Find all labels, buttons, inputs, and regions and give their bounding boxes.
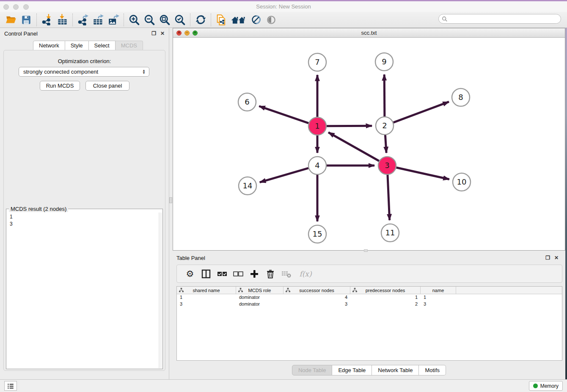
zoom-in-button[interactable] [128,14,140,26]
graph-node-11[interactable]: 11 [381,224,399,242]
search-input[interactable] [450,16,561,22]
table-cell[interactable]: dominator [236,301,284,308]
memory-button[interactable]: Memory [529,381,563,391]
duplicate-network-icon [215,14,227,26]
table-panel-close-button[interactable]: ✕ [554,255,559,261]
tab-mcds[interactable]: MCDS [116,41,143,50]
table-cell[interactable]: 1 [350,294,421,301]
table-cell[interactable]: 1 [177,294,236,301]
edge-2-8[interactable] [394,102,449,122]
table-cell[interactable]: 3 [421,301,456,308]
deselect-all-rows-button[interactable] [233,268,244,279]
edge-3-10[interactable] [396,168,449,179]
table-row[interactable]: 1dominator411 [177,294,562,301]
column-header-shared-name[interactable]: shared name [177,287,236,294]
graph-node-1[interactable]: 1 [308,117,326,135]
search-box[interactable] [438,14,561,24]
network-graph-canvas[interactable]: 7968124314101511 [173,38,565,250]
table-cell[interactable]: 3 [177,301,236,308]
table-cell[interactable]: 4 [284,294,350,301]
tab-network-table[interactable]: Network Table [372,365,419,375]
graph-node-3[interactable]: 3 [378,157,396,174]
toolbar-separator [124,14,124,26]
graph-node-6[interactable]: 6 [238,93,256,111]
function-builder-button[interactable]: f(x) [297,268,314,279]
zoom-selected-button[interactable] [173,14,186,26]
refresh-icon [195,14,206,25]
graph-node-8[interactable]: 8 [452,88,470,106]
zoom-out-button[interactable] [143,14,156,26]
graph-node-15[interactable]: 15 [308,225,326,243]
zoom-fit-content-button[interactable] [158,14,171,26]
select-all-rows-button[interactable] [217,268,228,279]
graph-node-7[interactable]: 7 [308,53,326,71]
table-cell[interactable]: 2 [350,301,421,308]
graph-node-4[interactable]: 4 [308,157,326,174]
graph-node-14[interactable]: 14 [239,177,256,195]
refresh-layout-button[interactable] [194,14,207,26]
search-icon [442,16,448,22]
graph-node-10[interactable]: 10 [453,173,471,191]
column-header-MCDS-role[interactable]: MCDS role [236,287,284,294]
export-network-button[interactable] [77,14,89,26]
import-table-button[interactable] [56,14,69,26]
task-history-button[interactable] [4,381,17,391]
export-image-button[interactable] [107,14,120,26]
column-layout-button[interactable] [201,268,212,279]
tab-edge-table[interactable]: Edge Table [332,365,372,375]
tab-select[interactable]: Select [89,41,116,50]
control-panel-float-button[interactable]: ❐ [151,30,156,36]
table-cell[interactable]: 3 [284,301,350,308]
edge-3-11[interactable] [388,175,390,220]
graph-node-9[interactable]: 9 [375,53,393,71]
graph-node-2[interactable]: 2 [376,117,394,135]
mcds-result-line: 1 [10,213,159,221]
tab-node-table[interactable]: Node Table [292,365,333,375]
mcds-result-scrollbar[interactable] [159,213,162,368]
table-row[interactable]: 3dominator323 [177,301,562,308]
import-network-button[interactable] [41,14,53,26]
column-header-successor-nodes[interactable]: successor nodes [284,287,350,294]
vertical-splitter-grip[interactable] [169,197,172,203]
edge-4-14[interactable] [260,168,308,182]
edge-1-6[interactable] [259,106,308,123]
import-table-icon [57,14,68,25]
tab-network[interactable]: Network [33,41,65,50]
zoom-window-button[interactable] [23,4,29,10]
delete-column-button[interactable] [265,268,276,279]
network-window-titlebar[interactable]: ✕ − + scc.txt [173,28,565,38]
table-settings-button[interactable]: ⚙ [184,268,195,279]
mcds-result-text[interactable]: 13 [7,213,159,368]
add-column-button[interactable] [249,268,260,279]
edge-2-3[interactable] [385,135,386,153]
export-table-button[interactable] [92,14,105,26]
minimize-window-button[interactable] [13,4,19,10]
delete-table-button[interactable] [281,268,292,279]
vertical-splitter[interactable] [169,28,173,379]
table-cell[interactable]: dominator [236,294,284,301]
table-panel-float-button[interactable]: ❐ [545,255,550,261]
control-panel-close-button[interactable]: ✕ [160,30,165,36]
column-header-predecessor-nodes[interactable]: predecessor nodes [350,287,421,294]
edge-3-1[interactable] [328,133,379,161]
edge-2-9[interactable] [384,75,385,116]
tab-style[interactable]: Style [65,41,89,50]
close-panel-button[interactable]: Close panel [85,81,129,91]
trash-icon [266,269,275,279]
close-window-button[interactable] [3,4,9,10]
open-session-button[interactable] [5,14,17,26]
column-header-name[interactable]: name [421,287,456,294]
duplicate-network-button[interactable] [215,14,228,26]
tab-motifs[interactable]: Motifs [419,365,446,375]
save-session-button[interactable] [20,14,33,26]
mcds-result-group: MCDS result (2 nodes) 13 [6,209,163,369]
horizontal-splitter-grip[interactable] [364,249,368,252]
run-mcds-button[interactable]: Run MCDS [40,81,80,91]
home-view-button[interactable] [230,14,247,26]
show-all-button[interactable] [265,14,278,26]
column-tree-icon [179,288,184,293]
hide-selected-button[interactable] [250,14,262,26]
criterion-dropdown[interactable]: strongly connected component ▲▼ [19,67,149,77]
edge-1-2[interactable] [327,126,372,126]
table-cell[interactable]: 1 [421,294,456,301]
